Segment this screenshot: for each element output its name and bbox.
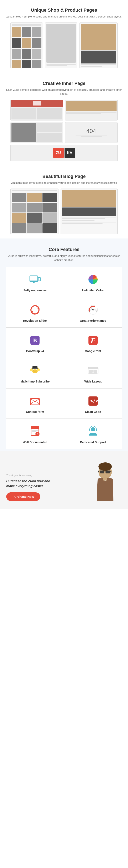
svg-rect-52 xyxy=(105,470,110,473)
shop-mockup-middle xyxy=(45,23,77,68)
svg-point-46 xyxy=(91,427,95,431)
svg-point-5 xyxy=(39,281,39,281)
feature-fully-responsive: Fully responsive xyxy=(6,267,64,297)
svg-line-35 xyxy=(30,402,33,405)
wide-layout-label: Wide Layout xyxy=(84,380,102,383)
blog-mockup-left xyxy=(10,189,59,234)
welldoc-icon: ✓ xyxy=(29,425,41,438)
feature-bootstrap: B Bootstrap v4 xyxy=(6,328,64,358)
performance-icon xyxy=(87,304,99,316)
inner-mockup-full: ZU KA xyxy=(10,145,118,161)
feature-contact-form: Contact form xyxy=(6,389,64,418)
cleancode-icon: </> xyxy=(87,395,99,407)
svg-rect-40 xyxy=(31,426,39,429)
inner-mockup-3 xyxy=(10,122,63,143)
revolution-slider-label: Revolution Slider xyxy=(23,319,47,322)
feature-unlimited-color: Unlimited Color xyxy=(64,267,122,297)
beautiful-blog-section: Beautiful Blog Page Minimalist blog layo… xyxy=(0,165,128,239)
mailchimp-icon xyxy=(29,364,41,377)
svg-text:B: B xyxy=(33,337,37,344)
core-features-section: Core Features Zuka is built with innovat… xyxy=(0,239,128,451)
svg-rect-33 xyxy=(89,373,97,374)
widelayout-icon xyxy=(87,364,99,377)
cta-person-illustration xyxy=(89,459,122,501)
svg-rect-45 xyxy=(32,433,36,433)
svg-rect-31 xyxy=(89,370,93,373)
core-features-desc: Zuka is built with innovative, powerful,… xyxy=(6,254,122,262)
creative-inner-desc: Each Zuka demo is equipped with an accom… xyxy=(6,88,122,96)
revolution-icon xyxy=(29,304,41,316)
svg-rect-48 xyxy=(96,429,97,431)
blog-mockup-right xyxy=(61,189,118,234)
cta-tagline: Thank you for watching xyxy=(6,474,89,477)
mailchimp-label: Mailchimp Subscribe xyxy=(21,380,50,383)
responsive-icon xyxy=(29,273,41,286)
svg-rect-47 xyxy=(89,429,90,431)
creative-inner-title: Creative Inner Page xyxy=(6,81,122,86)
creative-inner-section: Creative Inner Page Each Zuka demo is eq… xyxy=(0,72,128,165)
person-svg xyxy=(89,459,122,501)
svg-rect-56 xyxy=(103,478,107,480)
inner-mockup-1 xyxy=(10,100,63,121)
purchase-now-button[interactable]: Purchase Now xyxy=(6,492,40,501)
feature-dedicated-support: Dedicated Support xyxy=(64,419,122,449)
unique-shop-section: Unique Shop & Product Pages Zuka makes i… xyxy=(0,0,128,72)
svg-rect-1 xyxy=(30,280,38,281)
svg-rect-3 xyxy=(32,283,36,283)
cta-text-before-brand: Purchase the xyxy=(6,479,28,483)
color-icon xyxy=(87,273,99,286)
feature-mailchimp: Mailchimp Subscribe xyxy=(6,358,64,388)
bootstrap-icon: B xyxy=(29,334,41,346)
svg-rect-51 xyxy=(100,470,104,473)
dedicated-support-label: Dedicated Support xyxy=(80,440,106,444)
inner-mockup-2 xyxy=(65,100,118,121)
google-font-label: Google font xyxy=(85,349,101,353)
fully-responsive-label: Fully responsive xyxy=(24,289,46,292)
cta-section: Thank you for watching Purchase the Zuka… xyxy=(0,451,128,509)
svg-text:</>: </> xyxy=(90,398,98,403)
beautiful-blog-desc: Minimalist blog layouts help to enhance … xyxy=(6,181,122,185)
features-grid: Fully responsive Unlimited Color xyxy=(6,267,122,449)
feature-clean-code: </> Clean Code xyxy=(64,389,122,418)
cta-brand-name: Zuka xyxy=(28,479,36,483)
well-documented-label: Well Documented xyxy=(23,440,47,444)
svg-text:F: F xyxy=(90,337,96,345)
svg-rect-43 xyxy=(32,430,38,431)
feature-well-documented: ✓ Well Documented xyxy=(6,419,64,449)
svg-rect-28 xyxy=(32,368,38,369)
clean-code-label: Clean Code xyxy=(85,410,101,413)
svg-point-11 xyxy=(92,309,94,310)
unique-shop-title: Unique Shop & Product Pages xyxy=(6,7,122,13)
inner-mockup-4: 404 xyxy=(65,122,118,143)
unique-shop-desc: Zuka makes it simple to setup and manage… xyxy=(6,14,122,19)
svg-text:✓: ✓ xyxy=(36,432,39,436)
beautiful-blog-title: Beautiful Blog Page xyxy=(6,174,122,179)
contact-form-label: Contact form xyxy=(26,410,44,413)
feature-google-font: F Google font xyxy=(64,328,122,358)
svg-rect-44 xyxy=(32,431,36,432)
great-performance-label: Great Performance xyxy=(80,319,106,322)
support-icon xyxy=(87,425,99,438)
feature-wide-layout: Wide Layout xyxy=(64,358,122,388)
core-features-title: Core Features xyxy=(6,247,122,252)
shop-mockup-left xyxy=(10,23,43,68)
svg-point-50 xyxy=(98,462,112,471)
svg-point-20 xyxy=(32,370,37,373)
cta-main-text: Purchase the Zuka now and make everythin… xyxy=(6,478,89,489)
svg-rect-30 xyxy=(88,367,98,369)
googlefont-icon: F xyxy=(87,334,99,346)
svg-line-36 xyxy=(37,402,39,405)
feature-great-performance: Great Performance xyxy=(64,298,122,327)
contactform-icon xyxy=(29,395,41,407)
cta-text-column: Thank you for watching Purchase the Zuka… xyxy=(6,474,89,501)
shop-mockup-right xyxy=(79,23,118,68)
svg-rect-2 xyxy=(33,282,35,283)
feature-revolution-slider: Revolution Slider xyxy=(6,298,64,327)
bootstrap-label: Bootstrap v4 xyxy=(26,349,44,353)
unlimited-color-label: Unlimited Color xyxy=(82,289,104,292)
svg-rect-32 xyxy=(93,370,97,373)
